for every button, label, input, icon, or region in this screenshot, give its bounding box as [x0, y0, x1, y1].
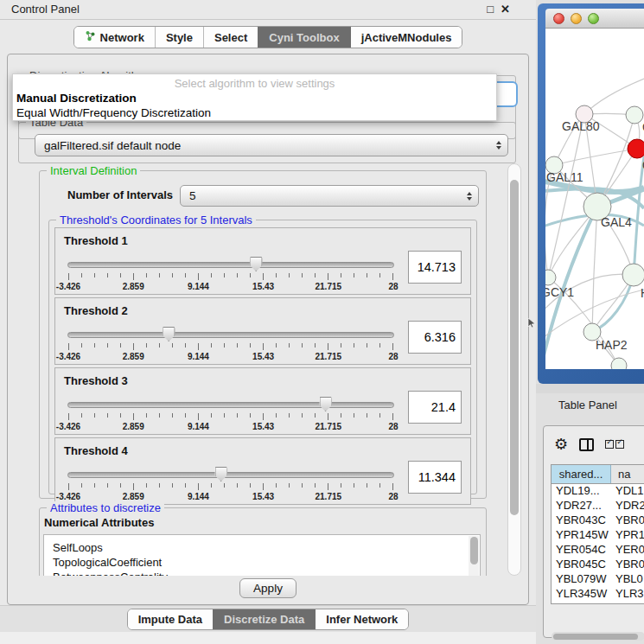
table-cell-shared-name: YLR345W — [552, 587, 610, 602]
vertical-scrollbar[interactable] — [507, 163, 521, 576]
dropdown-item[interactable]: Manual Discretization — [13, 91, 496, 105]
table-header-shared-name[interactable]: shared... — [552, 465, 611, 483]
tab-label: Network — [100, 31, 144, 44]
slider-tick-labels: -3.4262.8599.14415.4321.71528 — [68, 422, 393, 432]
tab-jactivemnodules[interactable]: jActiveMNodules — [350, 27, 462, 48]
slider-track[interactable] — [67, 402, 394, 408]
table-hscroll-thumb[interactable] — [553, 634, 638, 640]
attribute-list-item[interactable]: BetweennessCentrality — [44, 570, 480, 576]
table-row[interactable]: YBR045CYBR0 — [552, 558, 644, 572]
thresholds-group-title: Threshold's Coordinates for 5 Intervals — [56, 214, 256, 226]
threshold-slider[interactable]: -3.4262.8599.14415.4321.71528 — [67, 256, 394, 290]
threshold-value-field[interactable]: 21.4 — [408, 391, 462, 424]
table-row[interactable]: YPR145WYPR1 — [552, 528, 644, 543]
threshold-slider[interactable]: -3.4262.8599.14415.4321.71528 — [67, 326, 394, 360]
table-row[interactable]: YDR27...YDR2 — [552, 499, 644, 513]
minimize-traffic-button[interactable] — [571, 13, 582, 24]
threshold-slider[interactable]: -3.4262.8599.14415.4321.71528 — [67, 466, 394, 501]
slider-track[interactable] — [67, 472, 394, 478]
close-icon[interactable]: ✕ — [501, 3, 510, 16]
slider-thumb[interactable] — [214, 467, 227, 481]
table-cell-name: YDR2 — [610, 499, 644, 513]
table-cell-name: YIL0 — [610, 602, 644, 604]
network-canvas[interactable]: GAL80GCGAL11GAL4GCY1HHAP2 — [545, 29, 644, 369]
table-row[interactable]: YDL19...YDL1 — [552, 484, 644, 499]
gear-icon[interactable]: ⚙ — [554, 437, 568, 452]
mode-tab-label: Impute Data — [138, 613, 202, 626]
table-cell-name: YDL1 — [610, 484, 644, 499]
right-column: GAL80GCGAL11GAL4GCY1HHAP2 Table Panel ⚙ … — [536, 0, 644, 644]
threshold-label: Threshold 1 — [64, 234, 128, 247]
slider-track[interactable] — [67, 262, 394, 268]
tab-select[interactable]: Select — [203, 27, 258, 48]
mode-tab-discretize-data[interactable]: Discretize Data — [213, 609, 315, 629]
attributes-list-scrollbar[interactable] — [469, 536, 479, 576]
slider-tick-labels: -3.4262.8599.14415.4321.71528 — [68, 282, 393, 292]
table-row[interactable]: YBL079WYBL0 — [552, 572, 644, 587]
threshold-slider[interactable]: -3.4262.8599.14415.4321.71528 — [67, 396, 394, 430]
table-row[interactable]: YIL053CYIL0 — [552, 602, 644, 604]
table-cell-name: YBL0 — [610, 572, 644, 587]
num-intervals-combo[interactable]: 5 — [180, 185, 479, 207]
mode-tab-impute-data[interactable]: Impute Data — [128, 609, 213, 629]
num-intervals-value: 5 — [189, 189, 196, 202]
table-cell-shared-name: YDR27... — [552, 499, 610, 513]
attribute-list-item[interactable]: SelfLoops — [44, 535, 480, 555]
table-data-combo[interactable]: galFiltered.sif default node — [35, 134, 508, 156]
table-cell-shared-name: YBR045C — [552, 558, 610, 572]
apply-button[interactable]: Apply — [239, 578, 296, 598]
vertical-scrollbar-thumb[interactable] — [510, 180, 519, 515]
float-icon[interactable]: □ — [487, 3, 494, 16]
numerical-attributes-label: Numerical Attributes — [44, 516, 154, 529]
table-cell-shared-name: YIL053C — [552, 602, 610, 604]
network-node-h[interactable] — [622, 264, 644, 286]
network-graph[interactable]: GAL80GCGAL11GAL4GCY1HHAP2 — [545, 29, 644, 369]
zoom-traffic-button[interactable] — [588, 13, 599, 24]
threshold-value-field[interactable]: 11.344 — [408, 461, 462, 494]
control-panel-titlebar: Control Panel □ ✕ — [0, 0, 536, 20]
slider-track[interactable] — [67, 332, 394, 338]
table-panel: ⚙ shared...na YDL19...YDL1YDR27...YDR2YB… — [543, 425, 644, 638]
num-intervals-label: Number of Intervals — [67, 188, 173, 201]
cyni-toolbox-panel: Discretization Algorithm Select algorith… — [7, 54, 529, 605]
close-traffic-button[interactable] — [553, 13, 564, 24]
table-header-name[interactable]: na — [611, 465, 644, 483]
dropdown-item[interactable]: Equal Width/Frequency Discretization — [13, 105, 496, 120]
mode-tab-label: Infer Network — [326, 613, 398, 626]
tab-network[interactable]: Network — [74, 27, 155, 48]
slider-thumb[interactable] — [250, 257, 263, 271]
table-cell-shared-name: YDL19... — [552, 484, 610, 499]
table-horizontal-scrollbar[interactable] — [552, 632, 644, 641]
columns-icon[interactable] — [579, 438, 594, 451]
threshold-label: Threshold 4 — [64, 444, 128, 457]
bottom-tab-band: Impute DataDiscretize DataInfer Network — [0, 605, 536, 633]
table-row[interactable]: YBR043CYBR0 — [552, 513, 644, 528]
table-panel-toolbar: ⚙ — [544, 426, 644, 462]
dropdown-hint: Select algorithm to view settings — [13, 74, 496, 91]
network-node-label: GAL11 — [546, 170, 583, 184]
threshold-value-field[interactable]: 14.713 — [408, 251, 462, 284]
cyni-mode-tabs: Impute DataDiscretize DataInfer Network — [127, 609, 410, 630]
table-data-combo-value: galFiltered.sif default node — [44, 139, 181, 152]
network-node-g[interactable] — [626, 106, 643, 124]
network-node-c[interactable] — [628, 139, 644, 158]
table-cell-shared-name: YPR145W — [552, 528, 610, 543]
slider-thumb[interactable] — [319, 397, 332, 411]
select-checkboxes-icon[interactable] — [605, 440, 624, 449]
interval-definition-group: Interval Definition Number of Intervals … — [39, 170, 487, 499]
table-cell-name: YLR3 — [610, 587, 644, 602]
mode-tab-infer-network[interactable]: Infer Network — [315, 609, 408, 629]
table-data-group: Table Data galFiltered.sif default node — [18, 122, 516, 163]
attribute-list-item[interactable]: TopologicalCoefficient — [44, 555, 480, 570]
network-node[interactable] — [611, 358, 627, 369]
control-panel-tabs: NetworkStyleSelectCyni ToolboxjActiveMNo… — [73, 26, 463, 48]
attributes-list[interactable]: SelfLoopsTopologicalCoefficientBetweenne… — [43, 534, 481, 576]
tab-cyni-toolbox[interactable]: Cyni Toolbox — [258, 27, 349, 48]
threshold-value-field[interactable]: 6.316 — [408, 321, 462, 354]
attributes-group: Attributes to discretize Numerical Attri… — [39, 507, 487, 576]
tab-style[interactable]: Style — [155, 27, 203, 48]
table-row[interactable]: YLR345WYLR3 — [552, 587, 644, 602]
table-row[interactable]: YER054CYER0 — [552, 543, 644, 558]
slider-thumb[interactable] — [163, 327, 175, 341]
node-attribute-table[interactable]: shared...na YDL19...YDL1YDR27...YDR2YBR0… — [551, 464, 644, 604]
